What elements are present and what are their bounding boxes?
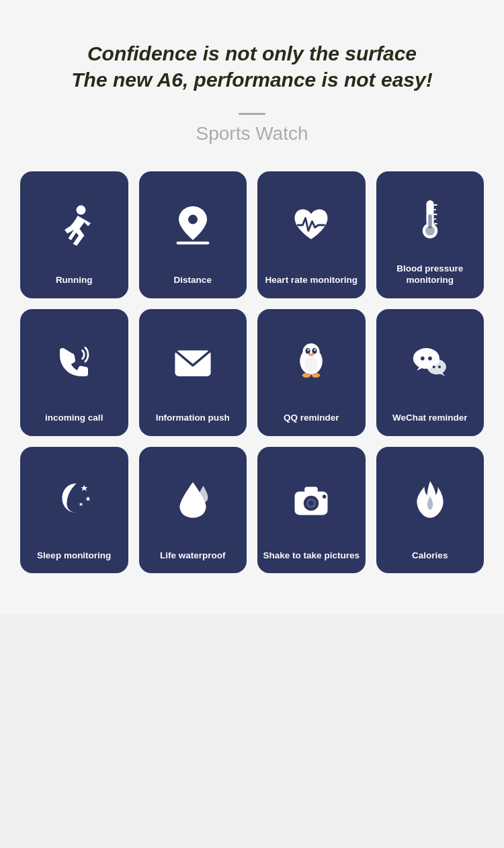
card-information-push[interactable]: Information push	[139, 309, 247, 436]
svg-marker-30	[86, 497, 91, 501]
card-information-push-label: Information push	[156, 412, 230, 424]
information-push-icon	[144, 319, 242, 407]
svg-point-21	[312, 374, 321, 378]
svg-point-20	[302, 374, 311, 378]
card-distance[interactable]: Distance	[139, 171, 247, 298]
incoming-call-icon	[26, 319, 123, 407]
card-running-label: Running	[56, 274, 93, 286]
svg-point-26	[427, 359, 446, 374]
svg-point-0	[77, 205, 86, 214]
card-qq-reminder-label: QQ reminder	[284, 412, 339, 424]
card-incoming-call-label: incoming call	[45, 412, 103, 424]
features-grid: Running Distance Heart rate monitorin	[20, 171, 484, 573]
svg-point-24	[421, 357, 425, 361]
card-wechat-reminder-label: WeChat reminder	[392, 412, 468, 424]
card-wechat-reminder[interactable]: WeChat reminder	[376, 309, 485, 436]
subtitle: Sports Watch	[196, 123, 308, 144]
svg-rect-2	[176, 241, 209, 244]
svg-point-25	[428, 357, 432, 361]
svg-point-6	[425, 226, 435, 235]
card-heart-rate[interactable]: Heart rate monitoring	[257, 171, 366, 298]
card-life-waterproof[interactable]: Life waterproof	[139, 447, 247, 574]
card-blood-pressure-label: Blood pressure monitoring	[382, 263, 479, 286]
life-waterproof-icon	[144, 456, 242, 544]
card-heart-rate-label: Heart rate monitoring	[265, 274, 358, 286]
card-calories-label: Calories	[412, 550, 448, 562]
svg-marker-29	[81, 485, 88, 491]
card-shake-pictures[interactable]: Shake to take pictures	[257, 447, 366, 574]
card-blood-pressure[interactable]: Blood pressure monitoring	[376, 171, 485, 298]
svg-point-15	[306, 348, 310, 353]
svg-point-27	[432, 366, 435, 368]
shake-pictures-icon	[263, 456, 360, 544]
svg-point-19	[308, 353, 314, 356]
svg-point-37	[323, 495, 327, 499]
card-distance-label: Distance	[174, 274, 212, 286]
svg-marker-31	[79, 503, 83, 507]
svg-point-16	[312, 348, 317, 353]
svg-point-28	[438, 366, 441, 368]
card-shake-pictures-label: Shake to take pictures	[263, 550, 360, 562]
calories-icon	[382, 456, 479, 544]
distance-icon	[144, 181, 242, 269]
heart-rate-icon	[263, 181, 360, 269]
card-calories[interactable]: Calories	[376, 447, 485, 574]
svg-rect-33	[304, 487, 318, 494]
page-container: Confidence is not only the surface The n…	[0, 0, 504, 613]
card-sleep-monitoring-label: Sleep monitoring	[37, 550, 111, 562]
wechat-reminder-icon	[382, 319, 479, 407]
card-incoming-call[interactable]: incoming call	[20, 309, 128, 436]
svg-point-36	[308, 501, 314, 506]
qq-reminder-icon	[263, 319, 360, 407]
svg-point-17	[308, 349, 310, 351]
svg-point-22	[304, 357, 318, 372]
card-running[interactable]: Running	[20, 171, 128, 298]
card-life-waterproof-label: Life waterproof	[160, 550, 226, 562]
blood-pressure-icon	[382, 181, 479, 257]
card-sleep-monitoring[interactable]: Sleep monitoring	[20, 447, 128, 574]
headline: Confidence is not only the surface The n…	[71, 40, 432, 93]
sleep-monitoring-icon	[26, 456, 123, 544]
svg-point-1	[188, 214, 198, 224]
svg-point-18	[314, 349, 316, 351]
running-icon	[26, 181, 123, 269]
card-qq-reminder[interactable]: QQ reminder	[257, 309, 366, 436]
divider	[239, 113, 265, 115]
